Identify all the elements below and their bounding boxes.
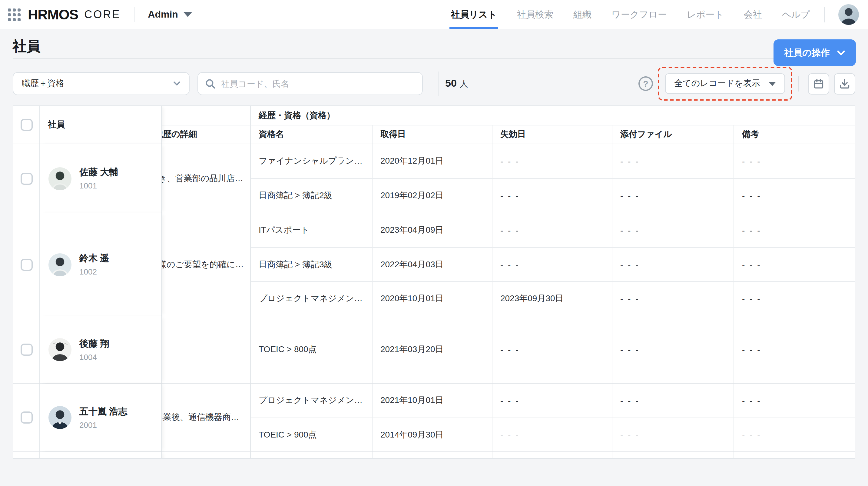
workspace-selector[interactable]: Admin	[148, 9, 192, 20]
column-header-qualification: 資格名	[251, 125, 373, 144]
employee-code: 2001	[79, 420, 127, 429]
note: - - -	[734, 248, 855, 281]
column-header-note: 備考	[734, 125, 855, 144]
note: - - -	[734, 316, 855, 383]
qualification-row: ファイナンシャルプラン… 2020年12月01日 - - - - - - - -…	[251, 144, 855, 178]
attachment: - - -	[612, 248, 734, 281]
nav-workflow[interactable]: ワークフロー	[612, 0, 667, 29]
help-icon[interactable]: ?	[639, 77, 653, 91]
expired-date: - - -	[492, 248, 612, 281]
employee-actions-button[interactable]: 社員の操作	[773, 39, 856, 66]
nav-help[interactable]: ヘルプ	[782, 0, 810, 29]
table-row: 鈴木 遥 1002 様のご要望を的確に… ITパスポート 2023年04月09日…	[13, 213, 855, 316]
table-row-partial	[13, 452, 855, 459]
record-display-select[interactable]: 全てのレコードを表示	[665, 73, 785, 94]
attachment: - - -	[612, 418, 734, 452]
column-header-employee: 社員	[40, 106, 162, 144]
download-button[interactable]	[834, 73, 855, 94]
employee-code: 1001	[79, 181, 118, 190]
highlight-dashed-outline: 全てのレコードを表示	[658, 67, 792, 100]
user-avatar[interactable]	[838, 4, 859, 25]
table-row: 後藤 翔 1004 TOEIC > 800点 2021年03月20日 - - -…	[13, 316, 855, 383]
search-icon	[205, 79, 216, 89]
view-filter-select[interactable]: 職歴＋資格	[13, 72, 190, 95]
expired-date: 2023年09月30日	[492, 282, 612, 316]
qualification-row: プロジェクトマネジメン… 2021年10月01日 - - - - - - - -…	[251, 384, 855, 418]
acquired-date: 2020年12月01日	[373, 144, 492, 178]
qualification-row: 日商簿記 > 簿記3級 2022年04月03日 - - - - - - - - …	[251, 247, 855, 281]
row-checkbox-cell	[13, 144, 40, 213]
employee-avatar	[49, 167, 71, 190]
nav-employee-list[interactable]: 社員リスト	[451, 0, 497, 29]
employee-cell[interactable]: 鈴木 遥 1002	[40, 213, 162, 316]
group-header-row: 経歴・資格（資格）	[162, 106, 855, 125]
attachment: - - -	[612, 316, 734, 383]
page-title: 社員	[13, 29, 855, 58]
nav-company[interactable]: 会社	[744, 0, 762, 29]
qualification-subrows: ITパスポート 2023年04月09日 - - - - - - - - - 日商…	[251, 213, 855, 316]
brand-logo[interactable]: HRMOS	[28, 6, 78, 23]
row-checkbox[interactable]	[20, 343, 32, 356]
acquired-date: 2019年02月02日	[373, 179, 492, 213]
column-header-expired-date: 失効日	[492, 125, 612, 144]
result-count: 50 人	[445, 78, 468, 90]
history-detail-cell	[162, 452, 251, 459]
attachment: - - -	[612, 384, 734, 418]
top-bar: HRMOS CORE Admin 社員リスト 社員検索 組織 ワークフロー レポ…	[0, 0, 868, 29]
row-checkbox[interactable]	[20, 173, 32, 184]
qualification-row: ITパスポート 2023年04月09日 - - - - - - - - -	[251, 213, 855, 247]
group-header-history-spacer	[162, 106, 251, 125]
expired-date	[492, 452, 612, 459]
expired-date: - - -	[492, 316, 612, 383]
expired-date: - - -	[492, 418, 612, 452]
row-checkbox-cell	[13, 316, 40, 383]
nav-report[interactable]: レポート	[687, 0, 724, 29]
employee-name: 鈴木 遥	[79, 253, 109, 264]
acquired-date	[373, 452, 492, 459]
employee-actions-label: 社員の操作	[784, 47, 830, 59]
qualification-name	[251, 452, 373, 459]
result-count-unit: 人	[460, 79, 468, 90]
qualification-row: 日商簿記 > 簿記2級 2019年02月02日 - - - - - - - - …	[251, 178, 855, 213]
history-date-button[interactable]	[808, 73, 829, 94]
qualification-name: TOEIC > 800点	[251, 316, 373, 383]
download-icon	[839, 78, 850, 89]
acquired-date: 2014年09月30日	[373, 418, 492, 452]
employee-cell[interactable]: 五十嵐 浩志 2001	[40, 384, 162, 452]
qualification-row: プロジェクトマネジメン… 2020年10月01日 2023年09月30日 - -…	[251, 281, 855, 316]
qualification-subrows: プロジェクトマネジメン… 2021年10月01日 - - - - - - - -…	[251, 384, 855, 452]
employee-name: 五十嵐 浩志	[79, 406, 127, 417]
chevron-down-icon	[837, 50, 845, 56]
attachment: - - -	[612, 179, 734, 213]
qualification-subrows	[251, 452, 855, 459]
attachment: - - -	[612, 144, 734, 178]
result-count-value: 50	[445, 78, 457, 90]
employee-cell[interactable]: 佐藤 大輔 1001	[40, 144, 162, 213]
brand-product-label: CORE	[84, 8, 121, 21]
employee-cell[interactable]: 後藤 翔 1004	[40, 316, 162, 383]
employee-search-input[interactable]	[221, 79, 415, 89]
qualification-name: TOEIC > 900点	[251, 418, 373, 452]
app-grid-icon[interactable]	[8, 8, 21, 21]
expired-date: - - -	[492, 179, 612, 213]
nav-organization[interactable]: 組織	[573, 0, 591, 29]
main-nav: 社員リスト 社員検索 組織 ワークフロー レポート 会社 ヘルプ	[451, 0, 810, 29]
attachment: - - -	[612, 213, 734, 247]
chevron-down-icon	[184, 12, 192, 17]
table-header-right: 経歴・資格（資格） 職歴の詳細 資格名 取得日 失効日 添付ファイル 備考	[162, 106, 855, 144]
nav-employee-search[interactable]: 社員検索	[517, 0, 553, 29]
row-checkbox[interactable]	[20, 259, 32, 271]
employee-name: 佐藤 大輔	[79, 166, 118, 178]
employee-code: 1002	[79, 267, 109, 276]
workspace-label: Admin	[148, 9, 178, 20]
qualification-subrows: TOEIC > 800点 2021年03月20日 - - - - - - - -…	[251, 316, 855, 383]
qualification-row: TOEIC > 900点 2014年09月30日 - - - - - - - -…	[251, 418, 855, 452]
employee-cell	[40, 452, 162, 459]
select-all-checkbox[interactable]	[20, 119, 32, 131]
column-header-acquired-date: 取得日	[373, 125, 492, 144]
history-detail-cell: き、営業部の品川店…	[162, 144, 251, 213]
row-checkbox[interactable]	[20, 412, 32, 424]
note: - - -	[734, 144, 855, 178]
note	[734, 452, 855, 459]
list-toolbar: 職歴＋資格 50 人 ? 全てのレコードを表示	[13, 68, 855, 99]
